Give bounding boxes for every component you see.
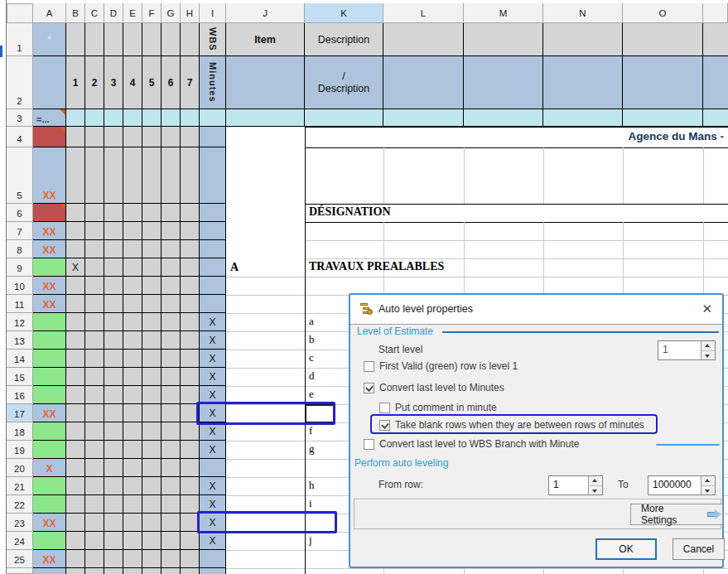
cell-G10[interactable] — [162, 277, 181, 295]
cell-F12[interactable] — [142, 313, 162, 331]
column-header-K[interactable]: K — [305, 3, 383, 23]
cell-E1[interactable] — [123, 23, 142, 56]
cell-C3[interactable] — [85, 109, 104, 127]
cell-K15-text[interactable]: d — [309, 369, 315, 383]
cell-A21[interactable] — [33, 477, 66, 495]
cell-F1[interactable] — [142, 23, 162, 56]
row-header-4[interactable]: 4 — [7, 127, 33, 147]
cell-D26[interactable] — [104, 568, 123, 574]
checkbox-box[interactable] — [364, 383, 374, 393]
cell-C20[interactable] — [85, 459, 104, 477]
cell-F2[interactable]: 5 — [142, 56, 162, 109]
cell-E9[interactable] — [123, 258, 142, 277]
cell-C13[interactable] — [85, 331, 104, 350]
cell-E23[interactable] — [123, 514, 142, 532]
cell-F23[interactable] — [142, 514, 162, 532]
cell-I9[interactable] — [200, 258, 226, 277]
cell-H1[interactable] — [181, 23, 200, 56]
cell-C16[interactable] — [85, 386, 104, 404]
column-header-A[interactable]: A — [33, 3, 66, 23]
cell-C24[interactable] — [85, 532, 104, 550]
cell-D3[interactable] — [104, 109, 123, 127]
cell-G1[interactable] — [162, 23, 181, 56]
row-header-17[interactable]: 17 — [7, 404, 33, 422]
cell-N3[interactable] — [543, 109, 623, 127]
row-header-10[interactable]: 10 — [7, 277, 33, 295]
cell-F9[interactable] — [142, 258, 162, 277]
from-row-value[interactable]: 1 — [549, 476, 588, 494]
cell-I2[interactable]: Minutes — [200, 56, 226, 109]
row-header-12[interactable]: 12 — [7, 313, 33, 331]
column-header-M[interactable]: M — [464, 3, 543, 23]
column-header-O[interactable]: O — [623, 3, 703, 23]
cell-G4[interactable] — [162, 127, 181, 147]
cell-B9[interactable]: X — [66, 258, 85, 277]
cell-G26[interactable] — [162, 568, 181, 574]
cell-G3[interactable] — [162, 109, 181, 127]
cell-D2[interactable]: 3 — [104, 56, 123, 109]
cell-D24[interactable] — [104, 532, 123, 550]
cell-C9[interactable] — [85, 258, 104, 277]
select-all-corner[interactable] — [7, 3, 33, 23]
spin-up-icon[interactable] — [701, 341, 715, 351]
cell-B3[interactable] — [66, 109, 85, 127]
cell-D8[interactable] — [104, 240, 123, 258]
spin-down-icon[interactable] — [701, 351, 715, 360]
row-header-22[interactable]: 22 — [7, 495, 33, 514]
cell-B16[interactable] — [66, 386, 85, 404]
cell-A25[interactable]: XX — [33, 550, 66, 568]
cell-C14[interactable] — [85, 350, 104, 368]
cell-F26[interactable] — [142, 568, 162, 574]
cell-A22[interactable] — [33, 495, 66, 514]
to-row-value[interactable]: 1000000 — [648, 476, 701, 494]
cell-E6[interactable] — [123, 204, 142, 222]
cell-F22[interactable] — [142, 495, 162, 514]
cell-F25[interactable] — [142, 550, 162, 568]
cell-A17[interactable]: XX — [33, 404, 66, 422]
cell-A3[interactable]: =... — [33, 109, 66, 127]
cell-H26[interactable] — [181, 568, 200, 574]
cell-B24[interactable] — [66, 532, 85, 550]
row-header-24[interactable]: 24 — [7, 532, 33, 550]
spin-up-icon[interactable] — [589, 476, 602, 486]
cell-H5[interactable] — [181, 147, 200, 204]
cell-L3[interactable] — [383, 109, 464, 127]
cell-C5[interactable] — [85, 147, 104, 204]
cell-H11[interactable] — [181, 295, 200, 313]
cell-B8[interactable] — [66, 240, 85, 258]
cell-B26[interactable] — [66, 568, 85, 574]
cell-M3[interactable] — [464, 109, 543, 127]
cell-K19-text[interactable]: g — [309, 442, 315, 456]
cell-F5[interactable] — [142, 147, 162, 204]
cell-C19[interactable] — [85, 441, 104, 459]
cell-E21[interactable] — [123, 477, 142, 495]
row-header-9[interactable]: 9 — [7, 258, 33, 277]
cell-B20[interactable] — [66, 459, 85, 477]
cell-C26[interactable] — [85, 568, 104, 574]
cell-H10[interactable] — [181, 277, 200, 295]
cell-F16[interactable] — [142, 386, 162, 404]
column-header-C[interactable]: C — [85, 3, 104, 23]
cell-F14[interactable] — [142, 350, 162, 368]
row-header-21[interactable]: 21 — [7, 477, 33, 495]
cell-D1[interactable] — [104, 23, 123, 56]
cell-C11[interactable] — [85, 295, 104, 313]
column-header-H[interactable]: H — [181, 3, 200, 23]
cell-A1[interactable]: * — [33, 23, 66, 56]
column-header-G[interactable]: G — [162, 3, 181, 23]
close-icon[interactable]: ✕ — [701, 301, 712, 316]
cell-G5[interactable] — [162, 147, 181, 204]
cell-K2[interactable]: /Description — [305, 56, 383, 109]
cell-C7[interactable] — [85, 222, 104, 240]
row-header-15[interactable]: 15 — [7, 368, 33, 386]
cell-A13[interactable] — [33, 331, 66, 350]
cell-B23[interactable] — [66, 514, 85, 532]
cell-D4[interactable] — [104, 127, 123, 147]
cell-G19[interactable] — [162, 441, 181, 459]
cell-E22[interactable] — [123, 495, 142, 514]
to-row-spinner[interactable]: 1000000 — [648, 475, 716, 495]
cell-A6[interactable] — [33, 204, 66, 222]
cell-F15[interactable] — [142, 368, 162, 386]
more-settings-button[interactable]: More Settings — [630, 504, 723, 525]
cell-E26[interactable] — [123, 568, 142, 574]
